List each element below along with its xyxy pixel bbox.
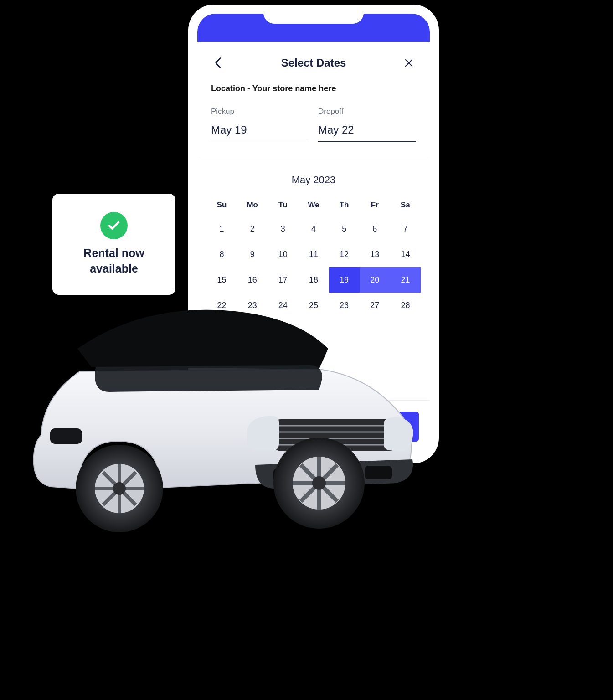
divider	[197, 160, 430, 160]
calendar-day[interactable]: 9	[237, 242, 268, 267]
svg-point-9	[76, 445, 163, 532]
calendar-day[interactable]: 13	[360, 242, 390, 267]
calendar-day[interactable]: 24	[268, 293, 298, 318]
calendar-day[interactable]: 1	[206, 216, 237, 242]
phone-notch	[263, 14, 364, 24]
calendar-day[interactable]: 14	[390, 242, 421, 267]
calendar-dow: Fr	[360, 194, 390, 216]
calendar-day[interactable]: 28	[390, 293, 421, 318]
pickup-value: May 19	[211, 124, 309, 141]
calendar-dow: Su	[206, 194, 237, 216]
rental-line1: Rental now	[83, 247, 144, 259]
calendar-day[interactable]: 12	[329, 242, 360, 267]
pickup-field[interactable]: Pickup May 19	[211, 107, 309, 142]
svg-line-13	[103, 472, 136, 505]
rental-line2: available	[90, 262, 138, 275]
calendar-day[interactable]: 25	[298, 293, 329, 318]
calendar-day[interactable]: 5	[329, 216, 360, 242]
phone-screen: Select Dates Location - Your store name …	[197, 14, 430, 454]
calendar-day[interactable]: 17	[268, 267, 298, 293]
svg-point-22	[312, 476, 326, 490]
calendar-day[interactable]: 16	[237, 267, 268, 293]
rental-available-card: Rental now available	[52, 194, 175, 295]
svg-rect-7	[365, 466, 392, 479]
calendar-month-label: May 2023	[197, 165, 430, 194]
svg-point-10	[95, 464, 144, 513]
calendar-dow: We	[298, 194, 329, 216]
calendar-day[interactable]: 18	[298, 267, 329, 293]
close-button[interactable]	[400, 54, 418, 72]
calendar-day[interactable]: 8	[206, 242, 237, 267]
dropoff-field[interactable]: Dropoff May 22	[318, 107, 416, 142]
svg-line-20	[301, 465, 337, 501]
check-icon	[100, 212, 128, 239]
calendar-day[interactable]: 21	[390, 267, 421, 293]
calendar-day[interactable]: 4	[298, 216, 329, 242]
calendar-day[interactable]: 7	[390, 216, 421, 242]
svg-point-17	[293, 457, 345, 510]
calendar-day[interactable]: 19	[329, 267, 360, 293]
svg-point-0	[27, 488, 424, 538]
page-title: Select Dates	[281, 57, 346, 69]
svg-point-15	[113, 482, 126, 495]
svg-rect-6	[273, 468, 301, 482]
calendar-dow: Sa	[390, 194, 421, 216]
rental-available-text: Rental now available	[83, 246, 144, 277]
calendar-day[interactable]: 11	[298, 242, 329, 267]
svg-line-21	[301, 465, 337, 501]
calendar-grid: SuMoTuWeThFrSa12345678910111213141516171…	[197, 194, 430, 323]
dropoff-label: Dropoff	[318, 107, 416, 116]
phone-frame: Select Dates Location - Your store name …	[188, 5, 439, 463]
back-button[interactable]	[209, 54, 227, 72]
calendar-day[interactable]: 20	[360, 267, 390, 293]
pickup-label: Pickup	[211, 107, 309, 116]
calendar-day[interactable]: 6	[360, 216, 390, 242]
calendar-day[interactable]: 3	[268, 216, 298, 242]
header: Select Dates	[197, 42, 430, 79]
svg-rect-8	[50, 428, 82, 444]
calendar-dow: Mo	[237, 194, 268, 216]
continue-button[interactable]: Continue	[208, 412, 419, 442]
calendar-day[interactable]: 15	[206, 267, 237, 293]
calendar-day[interactable]: 2	[237, 216, 268, 242]
calendar-day[interactable]: 22	[206, 293, 237, 318]
calendar-day[interactable]: 23	[237, 293, 268, 318]
calendar-dow: Th	[329, 194, 360, 216]
calendar-dow: Tu	[268, 194, 298, 216]
dropoff-value: May 22	[318, 124, 416, 142]
calendar-day[interactable]: 10	[268, 242, 298, 267]
svg-line-14	[103, 472, 136, 505]
location-label: Location - Your store name here	[211, 84, 416, 93]
calendar-day[interactable]: 27	[360, 293, 390, 318]
calendar-day[interactable]: 26	[329, 293, 360, 318]
